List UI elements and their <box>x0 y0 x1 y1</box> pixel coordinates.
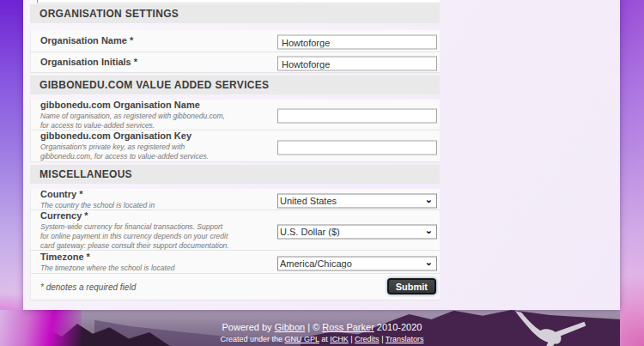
country-description: The country the school is located in <box>40 201 231 210</box>
submit-button[interactable]: Submit <box>387 278 436 294</box>
gibbonedu-org-name-input[interactable] <box>277 109 437 124</box>
content-panel: ORGANISATION SETTINGS Organisation Name … <box>23 0 620 310</box>
row-currency: Currency * System-wide currency for fina… <box>30 210 440 251</box>
footer-credit-line: Powered by Gibbon | © Ross Parker 2010-2… <box>0 322 644 333</box>
gibbon-link[interactable]: Gibbon <box>275 322 305 332</box>
page-footer: Powered by Gibbon | © Ross Parker 2010-2… <box>0 322 644 344</box>
timezone-description: The timezone where the school is located <box>40 264 231 273</box>
settings-form: ORGANISATION SETTINGS Organisation Name … <box>30 0 440 300</box>
footer-license-line: Created under the GNU GPL at ICHK | Cred… <box>0 335 644 344</box>
row-timezone: Timezone * The timezone where the school… <box>30 251 440 274</box>
row-gibbonedu-org-key: gibbonedu.com Organisation Key Organisat… <box>30 131 440 162</box>
organisation-initials-input[interactable] <box>277 57 437 71</box>
row-gibbonedu-org-name: gibbonedu.com Organisation Name Name of … <box>30 100 440 131</box>
timezone-select[interactable]: America/Chicago <box>277 256 437 270</box>
footer-at-text: at <box>319 335 331 343</box>
gibbonedu-org-key-description: Organisation's private key, as registere… <box>40 143 231 161</box>
gibbonedu-org-key-input[interactable] <box>277 140 437 155</box>
section-header-miscellaneous: MISCELLANEOUS <box>30 165 440 184</box>
section-header-organisation-settings: ORGANISATION SETTINGS <box>30 4 440 23</box>
currency-description: System-wide currency for financial trans… <box>40 222 231 251</box>
currency-label: Currency * <box>40 210 440 222</box>
footer-years-text: 2010-2020 <box>374 322 422 332</box>
footer-separator-text: | <box>380 335 386 343</box>
row-organisation-initials: Organisation Initials * <box>30 52 440 73</box>
credits-link[interactable]: Credits <box>355 335 380 343</box>
footer-license-prefix-text: Created under the <box>220 335 284 343</box>
footer-powered-by-text: Powered by <box>222 322 275 332</box>
footer-separator-text: | <box>349 335 355 343</box>
row-submit: * denotes a required field Submit <box>30 274 440 300</box>
country-select[interactable]: United States <box>277 193 437 208</box>
organisation-name-input[interactable] <box>277 35 437 50</box>
ichk-link[interactable]: ICHK <box>330 335 349 343</box>
gnu-gpl-link[interactable]: GNU GPL <box>285 335 319 343</box>
previous-row-cutoff <box>37 0 440 3</box>
footer-separator-text: | © <box>305 322 322 332</box>
row-country: Country * The country the school is loca… <box>30 189 440 210</box>
translators-link[interactable]: Translators <box>386 335 424 343</box>
row-organisation-name: Organisation Name * <box>30 30 440 52</box>
required-field-note: * denotes a required field <box>40 282 440 292</box>
section-header-gibbonedu-services: GIBBONEDU.COM VALUE ADDED SERVICES <box>30 76 440 94</box>
ross-parker-link[interactable]: Ross Parker <box>322 322 374 332</box>
currency-select[interactable]: U.S. Dollar ($) <box>277 224 437 239</box>
gibbonedu-org-name-description: Name of organisation, as registered with… <box>40 112 231 131</box>
